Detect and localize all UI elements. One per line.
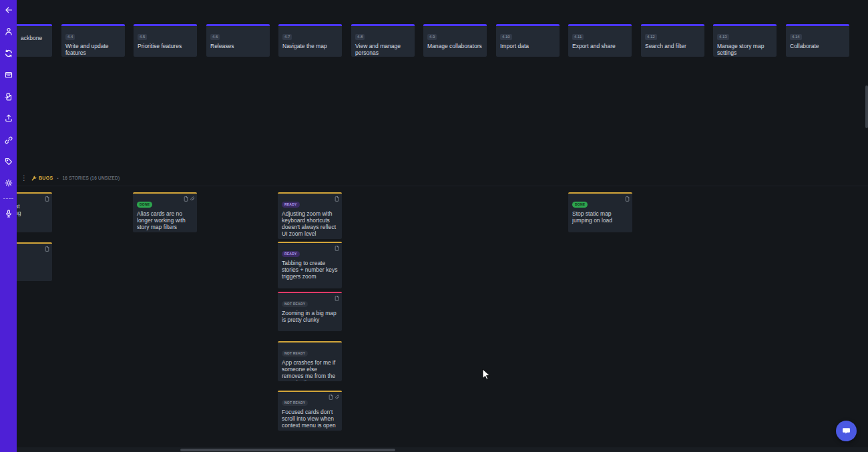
sync-icon[interactable]: [4, 49, 13, 57]
story-title: Stop static map jumping on load: [572, 210, 628, 224]
card-id-badge: 4.6: [210, 34, 220, 40]
story-title: Adjusting zoom with keyboard shortcuts d…: [282, 210, 338, 237]
card-id-badge: 4.7: [282, 34, 292, 40]
story-card[interactable]: DONE Stop static map jumping on load: [568, 192, 632, 232]
attachment-icon: [335, 395, 339, 400]
story-card[interactable]: NOT READY App crashes for me if someone …: [278, 341, 342, 381]
card-id-badge: 4.14: [790, 34, 802, 40]
card-id-badge: 4.9: [427, 34, 437, 40]
status-badge: NOT READY: [282, 351, 308, 357]
horizontal-scrollbar-thumb[interactable]: [180, 449, 395, 451]
person-icon[interactable]: [4, 27, 13, 35]
journey-card-label: Import data: [500, 43, 556, 49]
story-title: Alias cards are no longer working with s…: [137, 210, 193, 230]
journey-card[interactable]: 4.11 Export and share: [568, 24, 632, 57]
journey-card-label: Releases: [210, 43, 266, 49]
journey-card-label: Manage collaborators: [427, 43, 483, 49]
tag-icon[interactable]: [4, 157, 13, 166]
chat-launcher-button[interactable]: [836, 421, 857, 441]
app-sidebar: [0, 0, 17, 452]
card-indicators: [329, 395, 339, 400]
status-badge: READY: [282, 251, 300, 257]
story-title: App crashes for me if someone else remov…: [282, 359, 338, 381]
bugs-lane-title[interactable]: BUGS: [31, 176, 53, 181]
journey-card-label: Collaborate: [790, 43, 845, 49]
card-indicators: [335, 296, 339, 301]
journey-card[interactable]: 4.7 Navigate the map: [278, 24, 342, 57]
archive-icon[interactable]: [4, 70, 13, 79]
story-title: Tabbing to create stories + number keys …: [282, 260, 338, 280]
card-indicators: [184, 196, 194, 202]
story-title: Zooming in a big map is pretty clunky: [282, 310, 338, 323]
journey-card[interactable]: 4.8 View and manage personas: [351, 24, 415, 57]
bugs-story-count: 16 STORIES (16 UNSIZED): [63, 176, 120, 180]
journey-card-label: ackbone: [21, 35, 48, 41]
card-id-badge: 4.12: [645, 34, 657, 40]
kebab-menu-icon[interactable]: ⋮: [21, 175, 27, 182]
microphone-icon[interactable]: [4, 209, 13, 218]
card-indicators: [45, 246, 49, 252]
app-canvas: ackbone 4.4 Write and update features 4.…: [0, 0, 868, 452]
vertical-scrollbar-thumb[interactable]: [865, 85, 868, 128]
card-id-badge: 4.11: [572, 34, 584, 40]
journey-card[interactable]: 4.9 Manage collaborators: [423, 24, 487, 57]
journey-card[interactable]: 4.6 Releases: [206, 24, 270, 57]
story-card[interactable]: NOT READY Focused cards don't scroll int…: [278, 391, 342, 431]
journey-card-label: Navigate the map: [282, 43, 338, 49]
story-card[interactable]: NOT READY Zooming in a big map is pretty…: [278, 292, 342, 331]
card-id-badge: 4.10: [500, 34, 512, 40]
description-icon: [335, 296, 339, 301]
attachment-icon: [190, 196, 194, 202]
description-icon: [335, 246, 339, 251]
description-icon: [335, 196, 339, 202]
status-badge: READY: [282, 202, 300, 208]
journey-card-label: Write and update features: [65, 43, 121, 56]
description-icon: [45, 196, 49, 202]
file-export-icon[interactable]: [4, 92, 13, 101]
description-icon: [184, 196, 188, 202]
journey-card[interactable]: 4.12 Search and filter: [641, 24, 704, 57]
journey-card[interactable]: 4.13 Manage story map settings: [713, 24, 777, 57]
card-id-badge: 4.8: [355, 34, 365, 40]
sidebar-divider: [3, 198, 13, 199]
status-badge: DONE: [137, 202, 152, 208]
bugs-lane-header: ⋮ BUGS • 16 STORIES (16 UNSIZED): [21, 174, 120, 182]
description-icon: [45, 246, 49, 252]
lane-divider: [17, 186, 868, 186]
separator-dot: •: [57, 176, 58, 180]
status-badge: NOT READY: [282, 400, 308, 406]
journey-card[interactable]: 4.4 Write and update features: [61, 24, 125, 57]
card-id-badge: 4.13: [717, 34, 729, 40]
card-indicators: [45, 196, 49, 202]
journey-card[interactable]: 4.10 Import data: [496, 24, 560, 57]
link-icon[interactable]: [4, 136, 13, 144]
story-card[interactable]: READY Tabbing to create stories + number…: [278, 242, 342, 288]
chat-bubble-icon: [841, 426, 851, 436]
story-title: Focused cards don't scroll into view whe…: [282, 409, 338, 429]
card-id-badge: 4.5: [138, 34, 147, 40]
card-indicators: [335, 246, 339, 251]
bugs-lane-label: BUGS: [39, 176, 53, 180]
journey-card[interactable]: 4.14 Collaborate: [786, 24, 849, 57]
journey-card-label: Export and share: [572, 43, 628, 49]
status-badge: NOT READY: [282, 301, 308, 307]
journey-card-label: Prioritise features: [138, 43, 193, 49]
card-indicators: [625, 196, 630, 202]
wrench-icon: [31, 176, 37, 181]
journey-card-label: Manage story map settings: [717, 43, 773, 56]
upload-icon[interactable]: [4, 114, 13, 122]
status-badge: DONE: [572, 202, 588, 208]
story-card[interactable]: READY Adjusting zoom with keyboard short…: [278, 192, 342, 239]
gear-icon[interactable]: [4, 178, 13, 187]
card-id-badge: 4.4: [65, 34, 75, 40]
journey-card-label: Search and filter: [645, 43, 700, 49]
journey-card-label: View and manage personas: [355, 43, 411, 56]
back-arrow-icon[interactable]: [4, 5, 13, 14]
horizontal-scrollbar-track[interactable]: [17, 447, 868, 452]
card-indicators: [335, 196, 339, 202]
story-card[interactable]: DONE Alias cards are no longer working w…: [133, 192, 197, 232]
description-icon: [625, 196, 630, 202]
description-icon: [329, 395, 333, 400]
mouse-cursor: [482, 369, 491, 381]
journey-card[interactable]: 4.5 Prioritise features: [134, 24, 197, 57]
